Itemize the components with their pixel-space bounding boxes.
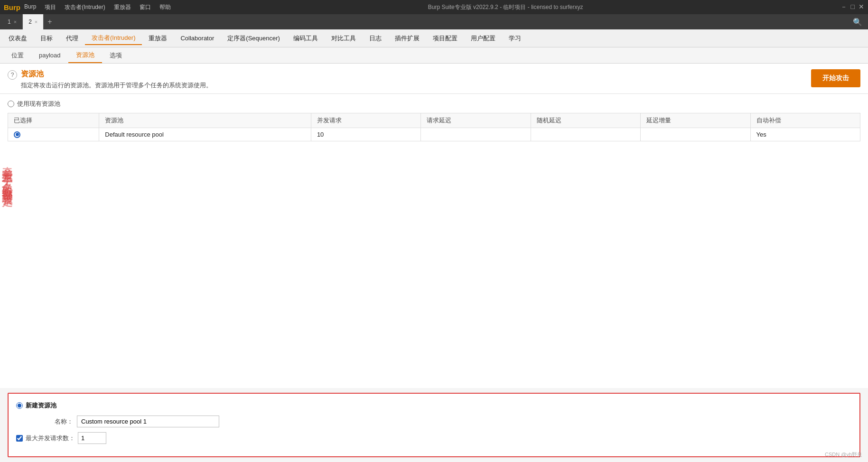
use-existing-pool-radio[interactable] <box>8 101 14 107</box>
nav-tab-add-button[interactable]: + <box>44 18 56 26</box>
row-delay-increment-cell <box>641 128 750 141</box>
menubar-intruder[interactable]: 攻击者(Intruder) <box>85 32 142 45</box>
page-title: 资源池 <box>21 69 212 79</box>
titlebar-menu: Burp 项目 攻击者(Intruder) 重放器 窗口 帮助 <box>24 3 171 11</box>
titlebar: Burp Burp 项目 攻击者(Intruder) 重放器 窗口 帮助 Bur… <box>0 0 868 14</box>
menubar-decoder[interactable]: 编码工具 <box>287 32 325 45</box>
page-title-section: 资源池 指定将攻击运行的资源池。资源池用于管理多个任务的系统资源使用。 <box>21 69 212 90</box>
table-header-row: 已选择 资源池 并发请求 请求延迟 随机延迟 延迟增量 自动补偿 <box>8 113 860 128</box>
menubar-logger[interactable]: 日志 <box>363 32 388 45</box>
row-request-delay-cell <box>421 128 531 141</box>
name-form-row: 名称： <box>16 416 852 427</box>
col-pool-name: 资源池 <box>99 113 311 128</box>
col-selected: 已选择 <box>8 113 99 128</box>
nav-tab-2[interactable]: 2 × <box>23 14 44 29</box>
app-title: Burp Suite专业版 v2022.9.2 - 临时项目 - license… <box>171 3 840 11</box>
menubar-repeater[interactable]: 重放器 <box>142 32 174 45</box>
col-random-delay: 随机延迟 <box>531 113 640 128</box>
new-pool-radio-row: 新建资源池 <box>16 401 852 410</box>
help-icon[interactable]: ? <box>8 70 17 80</box>
minimize-button[interactable]: － <box>840 3 847 11</box>
menubar-proxy[interactable]: 代理 <box>59 32 85 45</box>
menu-intruder[interactable]: 攻击者(Intruder) <box>65 3 105 11</box>
name-input[interactable] <box>77 416 219 427</box>
menubar-target[interactable]: 目标 <box>34 32 59 45</box>
nav-tabs-bar: 1 × 2 × + 🔍 <box>0 14 868 29</box>
subtab-position[interactable]: 位置 <box>4 48 31 63</box>
name-label: 名称： <box>16 417 73 426</box>
max-requests-checkbox[interactable] <box>16 435 23 442</box>
menubar-dashboard[interactable]: 仪表盘 <box>2 32 34 45</box>
menubar-extensions[interactable]: 插件扩展 <box>388 32 426 45</box>
subtab-options[interactable]: 选项 <box>102 48 130 63</box>
menu-window[interactable]: 窗口 <box>140 3 151 11</box>
col-concurrent: 并发请求 <box>311 113 420 128</box>
nav-search-button[interactable]: 🔍 <box>849 18 866 27</box>
page-header-left: ? 资源池 指定将攻击运行的资源池。资源池用于管理多个任务的系统资源使用。 <box>8 69 212 90</box>
row-selected-cell <box>8 128 99 141</box>
row-concurrent-cell: 10 <box>311 128 420 141</box>
window-controls: － □ ✕ <box>840 3 864 11</box>
menu-burp[interactable]: Burp <box>24 3 36 11</box>
menu-project[interactable]: 项目 <box>45 3 56 11</box>
maximize-button[interactable]: □ <box>851 3 855 11</box>
new-pool-radio[interactable] <box>16 402 23 409</box>
main-content: 牵着我左手 不必熟练都跟着我走 ? 资源池 指定将攻击运行的资源池。资源池用于管… <box>0 64 868 462</box>
menubar-comparer[interactable]: 对比工具 <box>325 32 363 45</box>
resource-pool-table: 已选择 资源池 并发请求 请求延迟 随机延迟 延迟增量 自动补偿 Default… <box>8 113 860 141</box>
menubar-learn[interactable]: 学习 <box>502 32 528 45</box>
nav-tab-1-close[interactable]: × <box>14 19 17 25</box>
app-logo: Burp <box>4 3 20 11</box>
page-header: ? 资源池 指定将攻击运行的资源池。资源池用于管理多个任务的系统资源使用。 开始… <box>0 64 868 94</box>
row-auto-compensate-cell: Yes <box>750 128 860 141</box>
use-existing-pool-label[interactable]: 使用现有资源池 <box>8 100 860 108</box>
page-description: 指定将攻击运行的资源池。资源池用于管理多个任务的系统资源使用。 <box>21 81 212 90</box>
nav-tab-2-close[interactable]: × <box>35 19 37 25</box>
row-random-delay-cell <box>531 128 640 141</box>
subtab-resource-pool[interactable]: 资源池 <box>68 48 102 63</box>
new-pool-panel: 新建资源池 名称： 最大并发请求数： <box>8 393 860 457</box>
col-delay-increment: 延迟增量 <box>641 113 750 128</box>
nav-tab-1[interactable]: 1 × <box>2 14 23 29</box>
col-auto-compensate: 自动补偿 <box>750 113 860 128</box>
max-requests-row: 最大并发请求数： <box>16 432 852 444</box>
new-pool-radio-label: 新建资源池 <box>26 401 56 410</box>
subtab-payload[interactable]: payload <box>31 49 68 62</box>
resource-pool-content: 使用现有资源池 已选择 资源池 并发请求 请求延迟 随机延迟 延迟增量 自动补偿 <box>0 94 868 388</box>
subtab-bar: 位置 payload 资源池 选项 <box>0 47 868 64</box>
max-requests-input[interactable] <box>78 432 106 444</box>
row-radio-selected[interactable] <box>14 131 20 138</box>
use-existing-pool-group: 使用现有资源池 <box>8 100 860 108</box>
menubar-project-options[interactable]: 项目配置 <box>426 32 464 45</box>
start-attack-button[interactable]: 开始攻击 <box>811 69 860 87</box>
menu-repeater[interactable]: 重放器 <box>114 3 131 11</box>
menubar-sequencer[interactable]: 定序器(Sequencer) <box>221 32 287 45</box>
table-row[interactable]: Default resource pool 10 Yes <box>8 128 860 141</box>
menubar-collaborator[interactable]: Collaborator <box>174 33 221 44</box>
close-button[interactable]: ✕ <box>859 3 864 11</box>
menu-help[interactable]: 帮助 <box>159 3 171 11</box>
menubar: 仪表盘 目标 代理 攻击者(Intruder) 重放器 Collaborator… <box>0 29 868 47</box>
row-pool-name-cell: Default resource pool <box>99 128 311 141</box>
max-requests-label: 最大并发请求数： <box>26 434 75 443</box>
col-request-delay: 请求延迟 <box>421 113 531 128</box>
menubar-user-options[interactable]: 用户配置 <box>464 32 502 45</box>
